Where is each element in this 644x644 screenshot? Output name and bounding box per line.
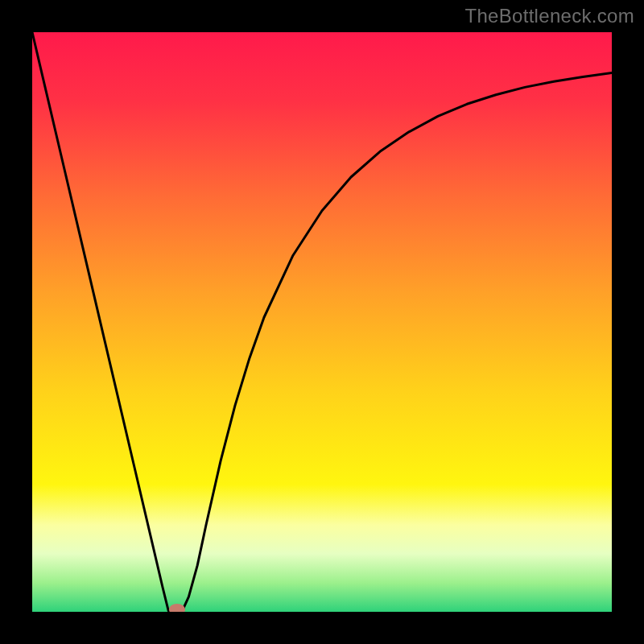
- plot-area: [32, 32, 612, 612]
- gradient-background: [32, 32, 612, 612]
- watermark-text: TheBottleneck.com: [464, 5, 634, 27]
- chart-frame: TheBottleneck.com: [0, 0, 644, 644]
- chart-svg: [32, 32, 612, 612]
